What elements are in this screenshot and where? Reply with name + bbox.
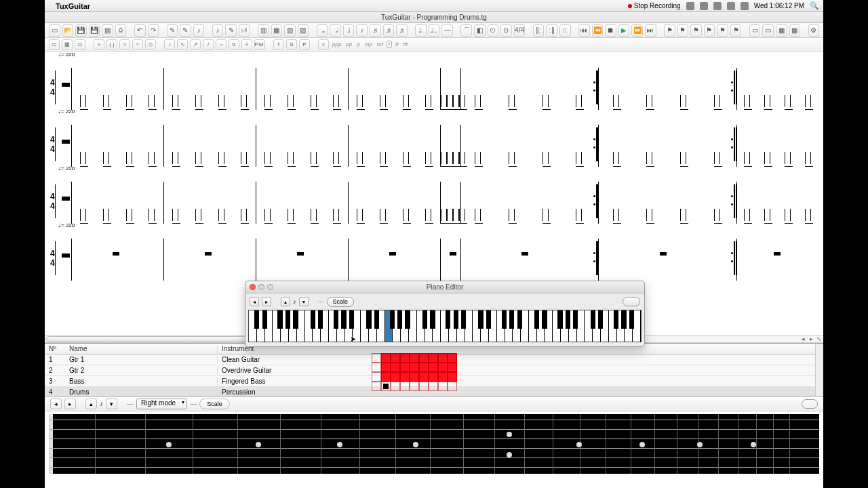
tie-button[interactable]: ⌒ <box>460 24 472 37</box>
repeat-alt-button[interactable]: ⎍ <box>559 24 571 37</box>
piano-key[interactable] <box>417 310 425 342</box>
thirtysecond-note-button[interactable]: ♬ <box>383 24 395 37</box>
piano-key[interactable] <box>585 310 593 342</box>
piano-key[interactable] <box>625 310 633 342</box>
piano-key[interactable] <box>433 310 441 342</box>
fx-btn-2[interactable]: ▦ <box>62 39 73 50</box>
undo-button[interactable]: ↶ <box>134 24 146 37</box>
dyn-ppp[interactable]: ppp <box>331 41 342 47</box>
piano-key[interactable] <box>409 310 416 342</box>
piano-key[interactable] <box>505 310 513 342</box>
fade-in-button[interactable]: < <box>318 39 329 50</box>
marker-add-button[interactable]: ⚑ <box>664 24 675 37</box>
measure-cell[interactable] <box>391 382 400 391</box>
marker-list-button[interactable]: ⚑ <box>677 24 689 37</box>
marker-last-button[interactable]: ⚑ <box>730 24 742 37</box>
marker-first-button[interactable]: ⚑ <box>690 24 702 37</box>
track-col-num-header[interactable]: Nº <box>45 345 65 352</box>
piano-key[interactable] <box>297 310 304 342</box>
piano-key[interactable] <box>473 310 481 342</box>
marker-next-button[interactable]: ⚑ <box>717 24 728 37</box>
measure-cell[interactable] <box>419 382 429 391</box>
piano-key[interactable] <box>425 310 433 342</box>
piano-key[interactable] <box>313 310 321 342</box>
spotlight-icon[interactable]: 🔍 <box>810 1 819 10</box>
track-col-name-header[interactable]: Name <box>65 345 217 352</box>
palm-mute-button[interactable]: P.M. <box>254 39 265 50</box>
heavy-accent-button[interactable]: ^ <box>132 39 143 50</box>
measure-cell[interactable] <box>381 363 391 372</box>
piano-loop-icon[interactable] <box>623 297 640 306</box>
piano-key[interactable] <box>553 310 561 342</box>
app-name[interactable]: TuxGuitar <box>56 2 90 10</box>
measure-cell[interactable] <box>372 372 381 382</box>
piano-key[interactable] <box>489 310 497 342</box>
repeat-open-button[interactable]: ‖: <box>533 24 545 37</box>
piano-key[interactable] <box>305 310 313 342</box>
piano-key[interactable] <box>465 310 473 342</box>
fx-btn-3[interactable]: ▭ <box>75 39 85 50</box>
piano-key[interactable] <box>249 310 257 342</box>
stop-recording-button[interactable]: Stop Recording <box>628 2 681 9</box>
sixtyfourth-note-button[interactable]: ♬ <box>396 24 408 37</box>
settings-button[interactable]: ⚙ <box>808 24 820 37</box>
measure-cell[interactable] <box>410 382 419 391</box>
piano-key[interactable] <box>441 310 449 342</box>
piano-key[interactable] <box>273 310 281 342</box>
transport-play-button[interactable]: ▶ <box>618 24 630 37</box>
transport-prev-button[interactable]: ⏪ <box>592 24 604 37</box>
measure-cell[interactable] <box>400 353 410 363</box>
measure-cell[interactable] <box>410 372 419 382</box>
piano-prev-button[interactable]: ◂ <box>250 297 259 306</box>
piano-dur-dec-button[interactable]: ▴ <box>281 297 290 306</box>
piano-key[interactable] <box>497 310 505 342</box>
piano-key[interactable] <box>337 310 345 342</box>
view-matrix-button[interactable]: ▦ <box>776 24 787 37</box>
piano-key[interactable] <box>457 310 465 342</box>
open-button[interactable]: 📂 <box>62 24 74 37</box>
measure-cell[interactable] <box>438 382 448 391</box>
redo-button[interactable]: ↷ <box>148 24 159 37</box>
piano-key[interactable] <box>537 310 545 342</box>
piano-key[interactable] <box>265 310 273 342</box>
ghost-note-button[interactable]: ( ) <box>106 39 117 50</box>
measure-cell[interactable] <box>400 372 410 382</box>
measure-cell[interactable] <box>381 372 391 382</box>
accent-button[interactable]: > <box>119 39 130 50</box>
vibrato-button[interactable]: ∿ <box>177 39 188 50</box>
sixteenth-note-button[interactable]: ♬ <box>370 24 381 37</box>
volume-icon[interactable] <box>700 2 708 10</box>
tuplet-button[interactable]: ⁓ <box>441 24 453 37</box>
measure-cell[interactable] <box>419 363 429 372</box>
piano-key[interactable] <box>377 310 385 342</box>
print-preview-button[interactable]: ▤ <box>102 24 113 37</box>
piano-key[interactable] <box>289 310 297 342</box>
edit-mode-2-button[interactable]: ✎ <box>180 24 191 37</box>
fret-inc-button[interactable]: ▾ <box>106 399 117 409</box>
view-fretboard-button[interactable]: ▭ <box>749 24 761 37</box>
piano-key[interactable] <box>361 310 369 342</box>
piano-keyboard[interactable] <box>248 310 642 342</box>
slide-button[interactable]: / <box>203 39 214 50</box>
dyn-pp[interactable]: pp <box>344 41 353 47</box>
save-as-button[interactable]: 💾 <box>89 24 100 37</box>
piano-key[interactable] <box>617 310 625 342</box>
staccato-button[interactable]: S <box>286 39 297 50</box>
piano-dur-inc-button[interactable]: ▾ <box>299 297 309 306</box>
measure-cell[interactable] <box>410 363 419 372</box>
tempo-button[interactable]: ⊙ <box>500 24 512 37</box>
transport-stop-button[interactable]: ⏹ <box>605 24 616 37</box>
fretboard[interactable] <box>49 414 819 474</box>
piano-key[interactable] <box>633 310 640 342</box>
trill-button[interactable]: tr <box>229 39 239 50</box>
view-mixer-button[interactable]: ▦ <box>789 24 801 37</box>
layout-4-button[interactable]: ▨ <box>298 24 309 37</box>
piano-key[interactable] <box>345 310 353 342</box>
save-button[interactable]: 💾 <box>75 24 87 37</box>
piano-key[interactable] <box>281 310 289 342</box>
dyn-fff[interactable]: fff <box>401 41 409 47</box>
popping-button[interactable]: P <box>299 39 310 50</box>
measure-cell[interactable] <box>400 363 410 372</box>
measure-cell[interactable] <box>438 372 448 382</box>
piano-key[interactable] <box>353 310 360 342</box>
